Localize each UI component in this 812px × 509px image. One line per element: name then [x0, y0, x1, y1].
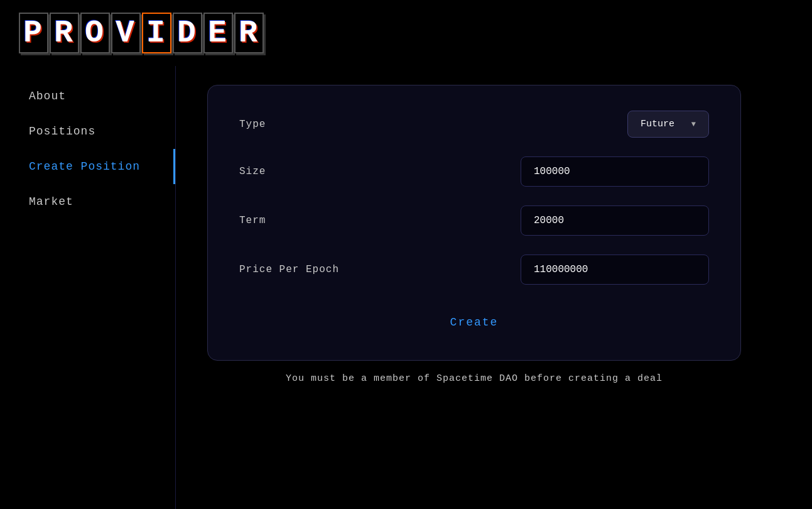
sidebar-item-create-position[interactable]: Create Position — [0, 149, 175, 184]
sidebar-item-about[interactable]: About — [0, 79, 175, 114]
type-dropdown-value: Future — [641, 119, 674, 129]
create-button-row: Create — [239, 310, 709, 335]
sidebar-item-positions[interactable]: Positions — [0, 114, 175, 149]
logo-char-d: D — [173, 13, 202, 53]
size-label: Size — [239, 166, 333, 177]
term-label: Term — [239, 215, 333, 226]
main-content: Type Future ▼ Size Term Price Per Epoch — [176, 66, 812, 509]
warning-message: You must be a member of Spacetime DAO be… — [207, 373, 741, 384]
chevron-down-icon: ▼ — [691, 120, 696, 129]
logo-char-e: E — [203, 13, 233, 53]
term-row: Term — [239, 205, 709, 236]
price-per-epoch-label: Price Per Epoch — [239, 264, 339, 275]
logo-char-r2: R — [234, 13, 264, 53]
type-label: Type — [239, 119, 333, 130]
price-per-epoch-row: Price Per Epoch — [239, 255, 709, 285]
logo-char-r: R — [50, 13, 79, 53]
logo-char-o: O — [80, 13, 110, 53]
size-row: Size — [239, 156, 709, 187]
term-input[interactable] — [521, 205, 709, 236]
create-position-form: Type Future ▼ Size Term Price Per Epoch — [207, 85, 741, 361]
size-input[interactable] — [521, 156, 709, 187]
type-dropdown[interactable]: Future ▼ — [627, 111, 709, 138]
type-row: Type Future ▼ — [239, 111, 709, 138]
logo-char-v: V — [111, 13, 141, 53]
header: P R O V I D E R — [0, 0, 812, 66]
price-per-epoch-input[interactable] — [521, 255, 709, 285]
sidebar-item-market[interactable]: Market — [0, 184, 175, 219]
sidebar: About Positions Create Position Market — [0, 66, 176, 509]
logo: P R O V I D E R — [19, 13, 264, 53]
create-button[interactable]: Create — [431, 310, 517, 335]
logo-char-p: P — [19, 13, 48, 53]
logo-char-i: I — [142, 13, 171, 53]
main-layout: About Positions Create Position Market T… — [0, 66, 812, 509]
